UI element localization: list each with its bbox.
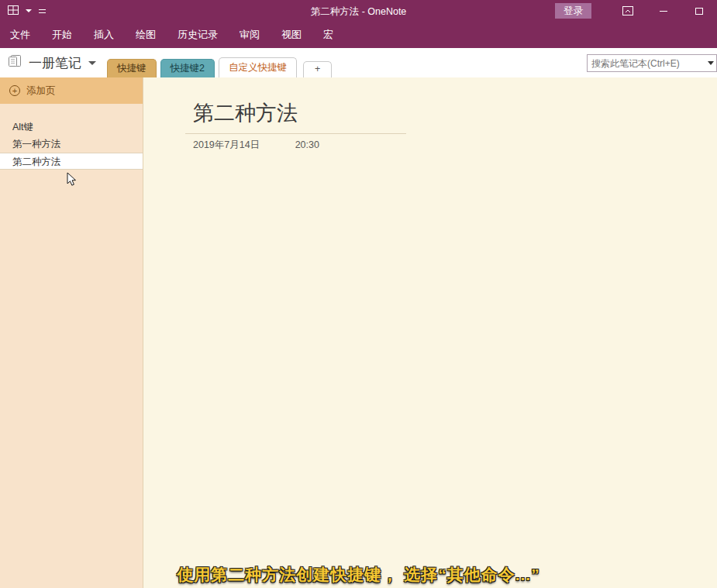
ribbon-tab-file[interactable]: 文件	[0, 22, 41, 48]
ribbon-tab-review[interactable]: 审阅	[229, 22, 271, 48]
customize-toolbar-icon[interactable]	[39, 9, 46, 13]
search-box	[587, 54, 717, 72]
plus-icon: +	[9, 85, 20, 96]
subtitle-caption: 使用第二种方法创建快捷键， 选择“其他命令...”	[0, 564, 717, 586]
onenote-window: 第二种方法 - OneNote 登录 文件 开始 插入 绘图 历史记录 审阅 视…	[0, 0, 717, 588]
notebook-icon	[8, 54, 23, 72]
ribbon-tab-history[interactable]: 历史记录	[167, 22, 229, 48]
ribbon-tabs: 文件 开始 插入 绘图 历史记录 审阅 视图 宏	[0, 22, 717, 48]
ribbon-tab-view[interactable]: 视图	[271, 22, 312, 48]
minimize-button[interactable]	[646, 0, 681, 22]
section-tab-shortcuts[interactable]: 快捷键	[107, 59, 157, 77]
ribbon-tab-macro[interactable]: 宏	[312, 22, 344, 48]
search-scope-chevron-icon[interactable]	[705, 55, 716, 71]
notebook-switcher[interactable]: 一册笔记	[0, 54, 107, 77]
page-item-method1[interactable]: 第一种方法	[0, 136, 143, 153]
section-tab-custom-shortcuts[interactable]: 自定义快捷键	[219, 57, 297, 77]
page-item-method2[interactable]: 第二种方法	[0, 153, 143, 170]
body-row: + 添加页 Alt键 第一种方法 第二种方法 第二种方法 2019年7月14日 …	[0, 77, 717, 588]
page-meta: 2019年7月14日 20:30	[193, 139, 319, 152]
title-divider	[185, 133, 406, 134]
table-grid-icon[interactable]	[8, 4, 19, 18]
new-section-button[interactable]: +	[303, 61, 332, 77]
maximize-button[interactable]	[681, 0, 717, 22]
window-title: 第二种方法 - OneNote	[311, 5, 407, 19]
ribbon-tab-home[interactable]: 开始	[41, 22, 83, 48]
ribbon-display-options-icon[interactable]	[610, 0, 646, 22]
add-page-label: 添加页	[26, 84, 56, 98]
page-canvas[interactable]: 第二种方法 2019年7月14日 20:30	[143, 77, 717, 588]
header-row: 一册笔记 快捷键 快捷键2 自定义快捷键 +	[0, 48, 717, 77]
chevron-down-icon[interactable]	[26, 9, 32, 12]
notebook-dropdown-icon	[88, 61, 96, 65]
section-tab-shortcuts2[interactable]: 快捷键2	[160, 59, 215, 77]
page-date: 2019年7月14日	[193, 139, 260, 150]
add-page-button[interactable]: + 添加页	[0, 77, 143, 104]
mouse-cursor	[67, 172, 77, 191]
page-list: Alt键 第一种方法 第二种方法	[0, 119, 143, 170]
ribbon-tab-insert[interactable]: 插入	[83, 22, 125, 48]
titlebar-controls: 登录	[555, 0, 717, 22]
section-tabs: 快捷键 快捷键2 自定义快捷键 +	[107, 57, 336, 77]
titlebar: 第二种方法 - OneNote 登录	[0, 0, 717, 22]
page-item-altkey[interactable]: Alt键	[0, 119, 143, 136]
notebook-name: 一册笔记	[29, 54, 81, 72]
ribbon-tab-draw[interactable]: 绘图	[125, 22, 167, 48]
page-title[interactable]: 第二种方法	[193, 99, 298, 127]
login-button[interactable]: 登录	[555, 3, 591, 19]
search-input[interactable]	[588, 58, 705, 69]
page-time: 20:30	[295, 139, 319, 150]
quick-access-toolbar	[0, 4, 46, 18]
page-list-sidebar: + 添加页 Alt键 第一种方法 第二种方法	[0, 77, 143, 588]
